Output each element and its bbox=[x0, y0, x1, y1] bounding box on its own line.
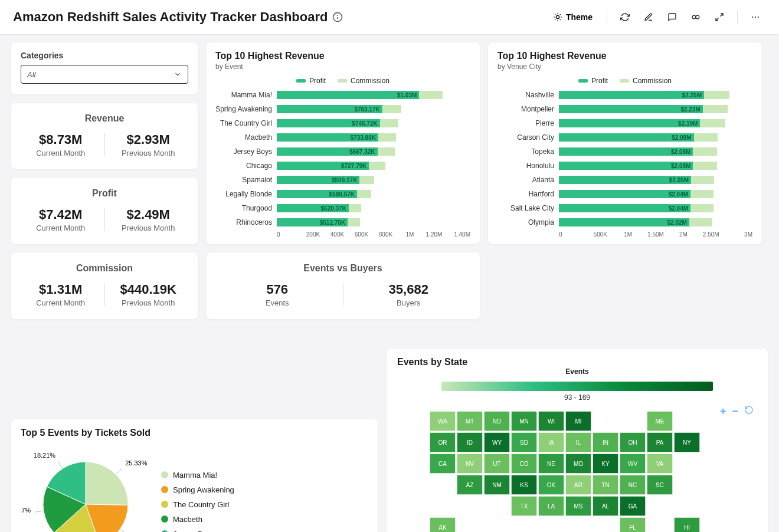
preview-button[interactable] bbox=[685, 7, 706, 27]
svg-line-11 bbox=[560, 14, 561, 15]
bar-row[interactable]: The Country Girl $745.72K bbox=[215, 118, 470, 129]
x-axis: 0200K400K600K800K1M1.20M1.40M bbox=[277, 231, 470, 238]
refresh-button[interactable] bbox=[614, 7, 636, 27]
chart-legend: Profit Commission bbox=[497, 77, 752, 85]
categories-selected: All bbox=[27, 70, 35, 79]
profit-current-value: $7.42M bbox=[17, 207, 104, 222]
bar-row[interactable]: Olympia $2.02M bbox=[497, 217, 752, 228]
bar-row[interactable]: Nashville $2.25M bbox=[497, 90, 752, 100]
kpi-sub: Current Month bbox=[17, 224, 104, 232]
pie-legend-item[interactable]: Spring Awakening bbox=[161, 485, 234, 494]
bar-row[interactable]: Topeka $2.08M bbox=[497, 146, 752, 157]
bar-label: Chicago bbox=[215, 162, 272, 170]
bar-row[interactable]: Mamma Mia! $1.03M bbox=[215, 90, 470, 100]
state-label: MI bbox=[575, 418, 581, 425]
zoom-in-icon[interactable]: + bbox=[720, 405, 726, 418]
profit-kpi-card: Profit $7.42MCurrent Month $2.49MPreviou… bbox=[11, 177, 198, 245]
chevron-down-icon bbox=[174, 70, 182, 78]
commission-current-value: $1.31M bbox=[17, 282, 104, 297]
more-button[interactable] bbox=[745, 7, 766, 27]
state-label: NM bbox=[492, 482, 502, 488]
pie-legend-item[interactable]: Macbeth bbox=[161, 515, 234, 524]
bar-row[interactable]: Legally Blonde $580.57K bbox=[215, 189, 470, 199]
bar-row[interactable]: Spring Awakening $763.17K bbox=[215, 104, 470, 114]
bar-row[interactable]: Pierre $2.19M bbox=[497, 118, 752, 129]
state-label: CO bbox=[520, 461, 529, 467]
bar-track: $2.08M bbox=[559, 146, 752, 157]
bar-row[interactable]: Salt Lake City $2.04M bbox=[497, 203, 752, 214]
svg-point-2 bbox=[338, 15, 338, 16]
state-label: AK bbox=[438, 524, 447, 531]
kpi-sub: Events bbox=[212, 298, 343, 307]
comment-button[interactable] bbox=[662, 7, 683, 27]
bar-label: Salt Lake City bbox=[497, 204, 554, 212]
bar-track: $2.05M bbox=[559, 175, 752, 185]
us-map[interactable]: + − WAMTNDMNWIMIMEORIDWYSDIAILINOHPANYCA… bbox=[397, 408, 757, 532]
revenue-by-city-chart: Top 10 Highest Revenue by Venue City Pro… bbox=[487, 42, 762, 245]
zoom-out-icon[interactable]: − bbox=[732, 405, 738, 418]
separator bbox=[607, 10, 607, 24]
dashboard-header: Amazon Redshift Sales Activity Tracker D… bbox=[0, 0, 779, 35]
bar-label: Carson City bbox=[497, 133, 554, 142]
bar-row[interactable]: Montpelier $2.23M bbox=[497, 104, 752, 114]
state-label: IN bbox=[603, 439, 608, 446]
svg-point-3 bbox=[556, 15, 559, 18]
pie-legend-item[interactable]: Jersey Boys bbox=[161, 530, 234, 533]
bar-track: $667.32K bbox=[277, 146, 470, 157]
state-label: HI bbox=[684, 524, 690, 531]
edit-button[interactable] bbox=[638, 7, 659, 27]
bar-track: $2.02M bbox=[559, 217, 752, 228]
svg-line-20 bbox=[116, 469, 122, 475]
pie-legend-item[interactable]: The Country Girl bbox=[161, 500, 234, 509]
profit-previous-value: $2.49M bbox=[105, 207, 192, 222]
events-by-state-map: Events by State Events 93 - 169 + − WAMT… bbox=[386, 348, 768, 532]
legend-profit: Profit bbox=[309, 77, 326, 85]
svg-point-18 bbox=[755, 17, 756, 18]
state-label: TN bbox=[601, 482, 609, 488]
buyers-value: 35,682 bbox=[343, 282, 474, 297]
svg-line-16 bbox=[716, 18, 719, 21]
bar-row[interactable]: Honolulu $2.08M bbox=[497, 160, 752, 171]
events-buyers-title: Events vs Buyers bbox=[303, 263, 382, 274]
separator bbox=[737, 10, 738, 24]
state-label: NV bbox=[466, 461, 474, 467]
pie-slice[interactable] bbox=[86, 462, 128, 505]
state-label: ME bbox=[656, 418, 665, 425]
reset-icon[interactable] bbox=[744, 405, 754, 418]
state-label: MT bbox=[466, 418, 474, 425]
state-label: IA bbox=[548, 439, 554, 446]
bar-track: $745.72K bbox=[277, 118, 470, 129]
bar-row[interactable]: Rhinoceros $512.70K bbox=[215, 217, 470, 228]
bar-row[interactable]: Chicago $727.79K bbox=[215, 160, 470, 171]
kpi-sub: Previous Month bbox=[105, 149, 192, 157]
theme-button[interactable]: Theme bbox=[546, 9, 600, 25]
info-icon[interactable] bbox=[332, 12, 343, 22]
state-label: AL bbox=[602, 503, 610, 510]
state-label: OK bbox=[547, 482, 556, 488]
state-label: MN bbox=[519, 418, 529, 425]
bar-row[interactable]: Atlanta $2.05M bbox=[497, 175, 752, 185]
bar-label: Jersey Boys bbox=[215, 147, 272, 156]
bar-row[interactable]: Spamalot $599.17K bbox=[215, 175, 470, 185]
state-label: KY bbox=[601, 461, 610, 467]
page-title-text: Amazon Redshift Sales Activity Tracker D… bbox=[13, 9, 328, 25]
bar-label: Olympia bbox=[497, 218, 554, 226]
bar-label: Hartford bbox=[497, 190, 554, 198]
svg-line-10 bbox=[555, 19, 555, 20]
pie-legend-item[interactable]: Mamma Mia! bbox=[161, 471, 234, 480]
bar-label: Montpelier bbox=[497, 105, 554, 113]
fullscreen-button[interactable] bbox=[709, 7, 730, 27]
bar-track: $580.57K bbox=[277, 189, 470, 199]
bar-row[interactable]: Hartford $2.04M bbox=[497, 189, 752, 199]
state-label: FL bbox=[629, 524, 636, 531]
bar-row[interactable]: Macbeth $733.88K bbox=[215, 132, 470, 143]
legend-commission: Commission bbox=[351, 77, 390, 85]
revenue-kpi-card: Revenue $8.73MCurrent Month $2.93MPrevio… bbox=[11, 102, 198, 170]
bar-row[interactable]: Thurgood $520.37K bbox=[215, 203, 470, 214]
state-label: VA bbox=[656, 461, 664, 467]
state-label: AZ bbox=[466, 482, 474, 488]
bar-row[interactable]: Jersey Boys $667.32K bbox=[215, 146, 470, 157]
categories-select[interactable]: All bbox=[21, 65, 188, 84]
bar-row[interactable]: Carson City $2.09M bbox=[497, 132, 752, 143]
chart-title: Top 10 Highest Revenue bbox=[497, 51, 752, 61]
